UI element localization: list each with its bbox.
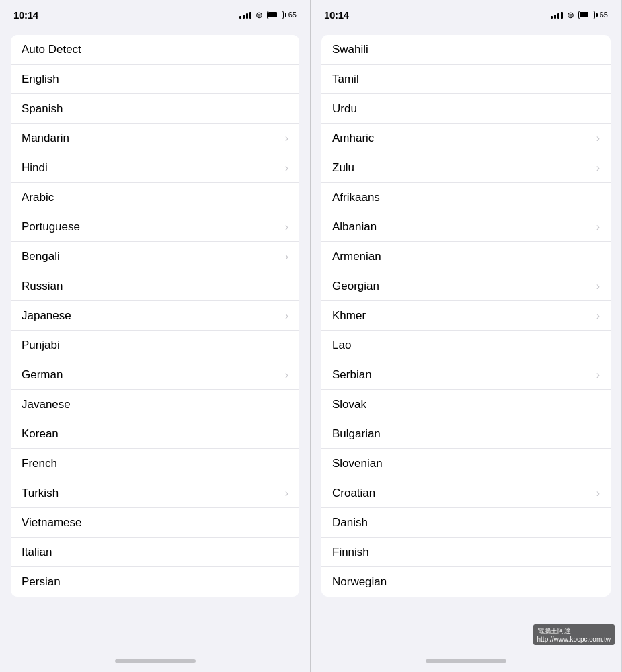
status-bar-left: 10:14 ⊜ 65 bbox=[0, 0, 310, 30]
list-item-german[interactable]: German› bbox=[11, 360, 299, 390]
label-vietnamese: Vietnamese bbox=[22, 516, 81, 530]
list-item-armenian[interactable]: Armenian bbox=[321, 242, 611, 271]
label-armenian: Armenian bbox=[332, 250, 381, 263]
list-item-auto-detect[interactable]: Auto Detect bbox=[11, 35, 299, 65]
label-spanish: Spanish bbox=[22, 102, 63, 116]
list-item-javanese[interactable]: Javanese bbox=[11, 390, 299, 419]
list-item-french[interactable]: French bbox=[11, 449, 299, 478]
chevron-croatian: › bbox=[596, 487, 600, 499]
list-item-tamil[interactable]: Tamil bbox=[321, 65, 611, 94]
list-item-mandarin[interactable]: Mandarin› bbox=[11, 124, 299, 153]
list-item-slovak[interactable]: Slovak bbox=[321, 390, 611, 419]
right-phone: 10:14 ⊜ 65 SwahiliTamilUrduAmharic›Zulu›… bbox=[311, 0, 621, 672]
list-item-swahili[interactable]: Swahili bbox=[321, 35, 611, 65]
list-item-portuguese[interactable]: Portuguese› bbox=[11, 212, 299, 242]
label-auto-detect: Auto Detect bbox=[22, 43, 81, 56]
status-icons-right: ⊜ 65 bbox=[551, 10, 608, 20]
chevron-portuguese: › bbox=[285, 221, 288, 233]
home-indicator-right bbox=[311, 649, 621, 672]
time-left: 10:14 bbox=[13, 9, 38, 21]
list-item-hindi[interactable]: Hindi› bbox=[11, 153, 299, 183]
chevron-georgian: › bbox=[596, 280, 600, 292]
battery-text-left: 65 bbox=[288, 11, 297, 19]
home-bar-right bbox=[426, 659, 506, 663]
label-bulgarian: Bulgarian bbox=[332, 427, 381, 441]
label-afrikaans: Afrikaans bbox=[332, 191, 380, 204]
label-slovak: Slovak bbox=[332, 398, 366, 411]
label-finnish: Finnish bbox=[332, 546, 369, 559]
list-item-zulu[interactable]: Zulu› bbox=[321, 153, 611, 183]
label-amharic: Amharic bbox=[332, 132, 374, 145]
battery-text-right: 65 bbox=[600, 11, 608, 19]
label-georgian: Georgian bbox=[332, 280, 379, 293]
status-bar-right: 10:14 ⊜ 65 bbox=[311, 0, 621, 30]
list-item-persian[interactable]: Persian bbox=[11, 567, 299, 597]
label-mandarin: Mandarin bbox=[22, 132, 69, 145]
list-item-khmer[interactable]: Khmer› bbox=[321, 301, 611, 331]
label-albanian: Albanian bbox=[332, 220, 377, 234]
list-section-left: Auto DetectEnglishSpanishMandarin›Hindi›… bbox=[11, 35, 299, 597]
language-list-right: SwahiliTamilUrduAmharic›Zulu›AfrikaansAl… bbox=[311, 30, 621, 649]
list-item-bulgarian[interactable]: Bulgarian bbox=[321, 419, 611, 449]
list-item-slovenian[interactable]: Slovenian bbox=[321, 449, 611, 478]
list-item-bengali[interactable]: Bengali› bbox=[11, 242, 299, 271]
label-hindi: Hindi bbox=[22, 161, 48, 175]
chevron-mandarin: › bbox=[285, 132, 288, 144]
list-item-georgian[interactable]: Georgian› bbox=[321, 271, 611, 301]
left-phone: 10:14 ⊜ 65 Auto DetectEnglishSpanishMand… bbox=[0, 0, 311, 672]
list-item-finnish[interactable]: Finnish bbox=[321, 538, 611, 567]
list-item-urdu[interactable]: Urdu bbox=[321, 94, 611, 124]
chevron-albanian: › bbox=[596, 221, 600, 233]
list-item-turkish[interactable]: Turkish› bbox=[11, 478, 299, 508]
label-turkish: Turkish bbox=[22, 487, 59, 500]
watermark: 電腦王阿達 http://www.kocpc.com.tw bbox=[533, 624, 615, 645]
label-tamil: Tamil bbox=[332, 73, 359, 86]
list-item-spanish[interactable]: Spanish bbox=[11, 94, 299, 124]
list-item-lao[interactable]: Lao bbox=[321, 331, 611, 360]
list-item-croatian[interactable]: Croatian› bbox=[321, 478, 611, 508]
label-danish: Danish bbox=[332, 516, 368, 530]
signal-icon-right bbox=[551, 11, 563, 19]
label-serbian: Serbian bbox=[332, 368, 372, 382]
label-italian: Italian bbox=[22, 546, 52, 559]
list-item-albanian[interactable]: Albanian› bbox=[321, 212, 611, 242]
list-item-korean[interactable]: Korean bbox=[11, 419, 299, 449]
label-khmer: Khmer bbox=[332, 309, 366, 323]
list-item-english[interactable]: English bbox=[11, 65, 299, 94]
list-item-punjabi[interactable]: Punjabi bbox=[11, 331, 299, 360]
chevron-zulu: › bbox=[596, 162, 600, 174]
battery-icon-right: 65 bbox=[578, 11, 608, 19]
label-slovenian: Slovenian bbox=[332, 457, 383, 470]
label-korean: Korean bbox=[22, 427, 59, 441]
list-item-amharic[interactable]: Amharic› bbox=[321, 124, 611, 153]
list-item-vietnamese[interactable]: Vietnamese bbox=[11, 508, 299, 538]
status-icons-left: ⊜ 65 bbox=[239, 10, 297, 20]
chevron-serbian: › bbox=[596, 369, 600, 381]
chevron-hindi: › bbox=[285, 162, 288, 174]
label-bengali: Bengali bbox=[22, 250, 60, 263]
list-item-russian[interactable]: Russian bbox=[11, 271, 299, 301]
label-zulu: Zulu bbox=[332, 161, 354, 175]
list-item-arabic[interactable]: Arabic bbox=[11, 183, 299, 212]
label-german: German bbox=[22, 368, 63, 382]
list-item-danish[interactable]: Danish bbox=[321, 508, 611, 538]
chevron-german: › bbox=[285, 369, 288, 381]
label-japanese: Japanese bbox=[22, 309, 71, 323]
label-punjabi: Punjabi bbox=[22, 339, 60, 352]
chevron-amharic: › bbox=[596, 132, 600, 144]
label-english: English bbox=[22, 73, 59, 86]
label-norwegian: Norwegian bbox=[332, 575, 387, 589]
label-swahili: Swahili bbox=[332, 43, 368, 56]
wifi-icon-right: ⊜ bbox=[567, 10, 574, 20]
language-list-left: Auto DetectEnglishSpanishMandarin›Hindi›… bbox=[0, 30, 310, 649]
list-item-serbian[interactable]: Serbian› bbox=[321, 360, 611, 390]
list-item-japanese[interactable]: Japanese› bbox=[11, 301, 299, 331]
list-item-norwegian[interactable]: Norwegian bbox=[321, 567, 611, 597]
list-item-italian[interactable]: Italian bbox=[11, 538, 299, 567]
list-item-afrikaans[interactable]: Afrikaans bbox=[321, 183, 611, 212]
home-bar-left bbox=[115, 659, 196, 663]
label-urdu: Urdu bbox=[332, 102, 357, 116]
label-french: French bbox=[22, 457, 57, 470]
signal-icon-left bbox=[239, 11, 251, 19]
time-right: 10:14 bbox=[324, 9, 349, 21]
